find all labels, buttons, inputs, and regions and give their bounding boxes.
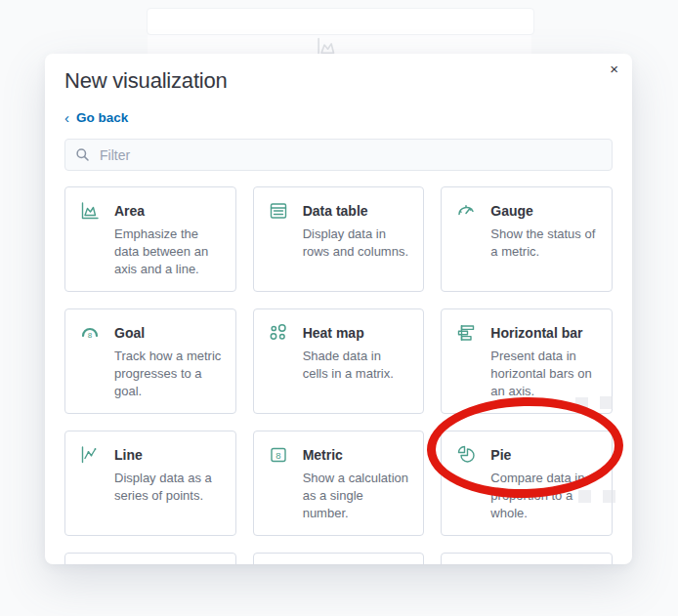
transparency-artifact-square bbox=[578, 490, 591, 503]
vis-type-title: Line bbox=[114, 447, 143, 463]
close-icon[interactable]: × bbox=[606, 58, 622, 80]
vis-type-card-line[interactable]: Line Display data as a series of points. bbox=[64, 431, 236, 536]
vis-type-card-vertical-bar[interactable]: Vertical bar Present data in vertical ba… bbox=[441, 553, 613, 564]
vis-type-title: Goal bbox=[114, 325, 145, 341]
vis-type-card-goal[interactable]: 8 Goal Track how a metric progresses to … bbox=[64, 308, 236, 414]
svg-text:8: 8 bbox=[275, 449, 280, 460]
vis-type-card-gauge[interactable]: Gauge Show the status of a metric. bbox=[441, 186, 613, 292]
search-icon bbox=[75, 147, 90, 162]
vis-type-card-area[interactable]: Area Emphasize the data between an axis … bbox=[64, 186, 236, 292]
vis-type-card-data-table[interactable]: Data table Display data in rows and colu… bbox=[253, 186, 425, 292]
vis-type-description: Present data in horizontal bars on an ax… bbox=[490, 348, 598, 400]
line-chart-icon bbox=[79, 444, 101, 466]
modal-title: New visualization bbox=[64, 67, 613, 95]
vis-type-description: Display data as a series of points. bbox=[114, 470, 222, 505]
vis-type-title: Area bbox=[114, 203, 145, 219]
area-chart-icon bbox=[79, 200, 101, 222]
horizontal-bar-icon bbox=[455, 322, 477, 344]
transparency-artifact-square bbox=[600, 396, 613, 409]
filter-input[interactable] bbox=[98, 146, 602, 164]
vis-type-card-pie[interactable]: Pie Compare data in proportion to a whol… bbox=[441, 431, 613, 536]
chevron-left-icon: ‹ bbox=[64, 111, 69, 124]
vis-type-card-metric[interactable]: 8 Metric Show a calculation as a single … bbox=[253, 431, 425, 536]
visualization-type-grid: Area Emphasize the data between an axis … bbox=[64, 186, 613, 564]
vis-type-title: Gauge bbox=[490, 203, 533, 219]
vis-type-card-heat-map[interactable]: Heat map Shade data in cells in a matrix… bbox=[253, 308, 425, 414]
data-table-icon bbox=[268, 200, 289, 222]
metric-icon: 8 bbox=[268, 444, 289, 466]
go-back-label: Go back bbox=[76, 110, 128, 125]
transparency-artifact-square bbox=[603, 490, 615, 503]
background-card-edge bbox=[147, 8, 534, 35]
vis-type-description: Shade data in cells in a matrix. bbox=[303, 348, 410, 383]
pie-chart-icon bbox=[455, 444, 477, 466]
heat-map-icon bbox=[268, 322, 289, 344]
vis-type-title: Metric bbox=[303, 447, 343, 463]
vis-type-card-timelion[interactable]: Timelion Show time series data on a grap… bbox=[253, 553, 425, 564]
vis-type-card-tag-cloud[interactable]: Tag cloud Display word frequency with fo… bbox=[64, 553, 236, 564]
go-back-link[interactable]: ‹ Go back bbox=[64, 110, 128, 125]
filter-search-box[interactable] bbox=[64, 139, 613, 171]
vis-type-description: Show the status of a metric. bbox=[490, 226, 598, 261]
vis-type-title: Heat map bbox=[303, 325, 364, 341]
vis-type-description: Track how a metric progresses to a goal. bbox=[114, 348, 222, 400]
vis-type-title: Data table bbox=[303, 203, 368, 219]
transparency-artifact-square bbox=[575, 397, 588, 410]
vis-type-title: Horizontal bar bbox=[490, 325, 582, 341]
vis-type-description: Emphasize the data between an axis and a… bbox=[114, 226, 222, 278]
goal-icon: 8 bbox=[79, 322, 101, 344]
vis-type-description: Display data in rows and columns. bbox=[303, 226, 410, 261]
gauge-icon bbox=[455, 200, 477, 222]
new-visualization-modal: × New visualization ‹ Go back bbox=[45, 54, 632, 564]
svg-text:8: 8 bbox=[88, 331, 93, 340]
vis-type-description: Show a calculation as a single number. bbox=[303, 470, 410, 522]
vis-type-title: Pie bbox=[490, 447, 511, 463]
